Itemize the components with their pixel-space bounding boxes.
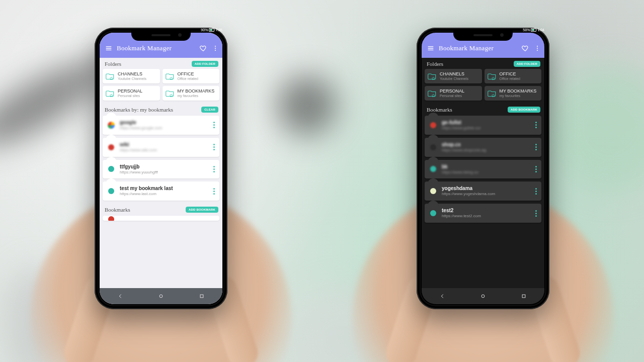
add-folder-button[interactable]: ADD FOLDER: [192, 61, 218, 67]
section-head-filtered: Bookmarks by: my bookmarks CLEAR: [100, 104, 222, 115]
clear-filter-button[interactable]: CLEAR: [201, 107, 218, 113]
bookmark-title: bk: [442, 164, 529, 169]
menu-icon[interactable]: [105, 44, 113, 52]
bookmark-title: test my bookmark last: [120, 186, 207, 191]
system-navbar: [422, 288, 544, 304]
folder-card[interactable]: PERSONAL Personal sites: [103, 86, 160, 101]
bookmark-title: ttfgyujjb: [120, 164, 207, 169]
nav-home-icon[interactable]: [157, 292, 165, 300]
bookmark-row-peek[interactable]: [103, 216, 219, 221]
folder-card[interactable]: MY BOOKMARKS my favourites: [163, 86, 220, 101]
row-more-icon[interactable]: [211, 188, 217, 195]
folder-card[interactable]: CHANNELS Youtube Channels: [425, 69, 482, 83]
app-screen-dark: Bookmark Manager Folders ADD FOLDER: [422, 33, 544, 304]
bookmark-row[interactable]: test my bookmark last https://www.last.c…: [103, 182, 219, 201]
status-time: 1:04: [537, 28, 544, 32]
folder-title: MY BOOKMARKS: [178, 89, 215, 94]
folders-heading: Folders: [427, 61, 443, 67]
app-title: Bookmark Manager: [439, 44, 517, 52]
row-bump: [106, 157, 117, 163]
bookmark-url: https://www.wiki.com: [120, 148, 207, 153]
folder-subtitle: my favourites: [500, 94, 537, 98]
svg-rect-7: [200, 295, 203, 298]
folder-icon: [488, 72, 497, 80]
svg-rect-15: [522, 295, 525, 298]
bookmark-row[interactable]: ttfgyujjb https://www.yuuuhgfff: [103, 160, 219, 179]
nav-recent-icon[interactable]: [520, 292, 528, 300]
bookmark-url: https://www.google.com: [120, 126, 207, 131]
folder-card[interactable]: OFFICE Office related: [485, 69, 542, 83]
nav-home-icon[interactable]: [479, 292, 487, 300]
favicon-icon: [107, 121, 116, 130]
add-bookmark-button[interactable]: ADD BOOKMARK: [508, 107, 540, 113]
battery-icon: [531, 28, 536, 32]
folder-card[interactable]: PERSONAL Personal sites: [425, 86, 482, 101]
svg-point-13: [537, 50, 538, 51]
row-more-icon[interactable]: [211, 166, 217, 172]
row-more-icon[interactable]: [211, 144, 217, 150]
folder-card[interactable]: OFFICE Office related: [163, 69, 220, 83]
bookmark-url: https://www.yuuuhgfff: [120, 170, 207, 175]
row-more-icon[interactable]: [533, 122, 539, 128]
app-title: Bookmark Manager: [117, 44, 195, 52]
phone-notch: [131, 30, 191, 41]
overflow-icon[interactable]: [211, 44, 219, 52]
heart-icon[interactable]: [521, 44, 529, 52]
folder-title: PERSONAL: [118, 89, 142, 94]
folder-card[interactable]: MY BOOKMARKS my favourites: [485, 86, 542, 101]
add-folder-button[interactable]: ADD FOLDER: [514, 61, 540, 67]
all-heading: Bookmarks: [427, 107, 452, 113]
bookmark-row[interactable]: ge-fullst https://www.gulide.co/: [425, 116, 541, 135]
row-bump: [428, 157, 439, 163]
folder-icon: [488, 89, 497, 98]
folder-subtitle: my favourites: [178, 94, 215, 98]
row-more-icon[interactable]: [533, 144, 539, 150]
status-bar: 58% 1:04: [523, 28, 544, 32]
svg-point-4: [215, 48, 216, 49]
row-more-icon[interactable]: [211, 122, 217, 128]
battery-icon: [209, 28, 214, 32]
favicon-icon: [429, 164, 438, 173]
bookmark-row[interactable]: bk https://www.bking.co: [425, 160, 541, 179]
favicon-icon: [429, 187, 438, 196]
status-battery-pct: 90%: [201, 28, 208, 32]
app-screen-light: Bookmark Manager Folders ADD FOLDER: [100, 33, 222, 304]
folder-subtitle: Youtube Channels: [118, 77, 146, 80]
bookmark-row[interactable]: shop.cx https://www.shopcxdo.ag: [425, 138, 541, 157]
row-bump: [428, 135, 439, 141]
bookmark-row[interactable]: wiki https://www.wiki.com: [103, 138, 219, 157]
nav-back-icon[interactable]: [438, 292, 446, 300]
bookmark-title: yogeshdama: [442, 186, 529, 191]
overflow-icon[interactable]: [533, 44, 541, 52]
folder-title: OFFICE: [178, 72, 199, 76]
add-bookmark-button[interactable]: ADD BOOKMARK: [186, 207, 218, 213]
favicon-icon: [429, 209, 438, 218]
bookmark-url: https://www.gulide.co/: [442, 126, 529, 131]
folder-subtitle: Personal sites: [440, 94, 464, 98]
phone-notch: [453, 30, 513, 41]
folder-subtitle: Office related: [178, 77, 199, 80]
folder-icon: [428, 72, 437, 80]
bookmark-row[interactable]: yogeshdama https://www.yogeshdama.com: [425, 182, 541, 201]
row-more-icon[interactable]: [533, 188, 539, 195]
folder-card[interactable]: CHANNELS Youtube Channels: [103, 69, 160, 83]
row-bump: [106, 135, 117, 141]
row-more-icon[interactable]: [533, 166, 539, 172]
row-bump: [428, 201, 439, 207]
section-head-folders: Folders ADD FOLDER: [422, 58, 544, 69]
bookmark-row[interactable]: test2 https://www.test2.com: [425, 204, 541, 223]
folder-icon: [428, 89, 437, 98]
nav-back-icon[interactable]: [116, 292, 124, 300]
status-time: 7:35: [215, 28, 222, 32]
menu-icon[interactable]: [427, 44, 435, 52]
bookmark-row[interactable]: google https://www.google.com: [103, 116, 219, 135]
bookmark-url: https://www.test2.com: [442, 214, 529, 219]
folder-icon: [166, 89, 175, 98]
favicon-icon: [429, 121, 438, 130]
section-head-all: Bookmarks ADD BOOKMARK: [100, 204, 222, 215]
nav-recent-icon[interactable]: [198, 292, 206, 300]
row-more-icon[interactable]: [533, 210, 539, 217]
heart-icon[interactable]: [199, 44, 207, 52]
svg-point-11: [537, 46, 538, 47]
folder-subtitle: Personal sites: [118, 94, 142, 98]
